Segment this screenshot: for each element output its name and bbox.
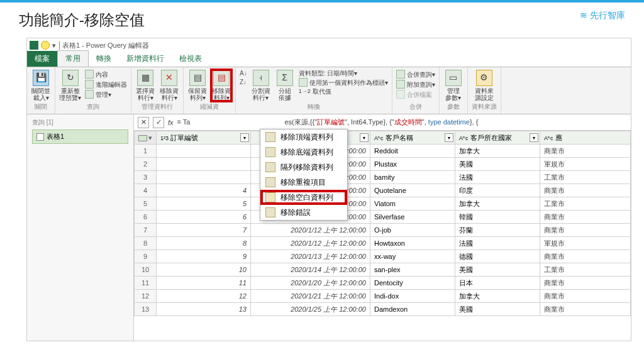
menu-remove-errors[interactable]: 移除錯誤 [260, 205, 347, 220]
table-row[interactable]: 3x2020/ 1/ 0 上午 12:00:00bamity法國工業市 [135, 171, 631, 184]
choose-cols-button[interactable]: ▦選擇資 料行▾ [135, 70, 155, 101]
table-corner-icon [138, 135, 147, 141]
page-title: 功能簡介-移除空值 [19, 10, 145, 30]
menu-remove-top[interactable]: 移除頂端資料列 [260, 129, 347, 145]
gear-icon: ⚙ [476, 70, 492, 86]
menu-remove-blank[interactable]: 移除空白資料列 [260, 190, 347, 205]
replace-button[interactable]: 1→2取代值 [299, 88, 331, 95]
refresh-icon: ↻ [62, 70, 79, 86]
merge-icon [396, 70, 405, 79]
datasource-button[interactable]: ⚙資料來 源設定 [474, 70, 494, 101]
emoji-icon [41, 41, 50, 50]
queries-header: 查詢 [1] [32, 118, 128, 127]
remove-alt-icon [265, 162, 275, 172]
manage-params-button[interactable]: ▭管理 參數▾ [443, 70, 464, 101]
remove-rows-button[interactable]: ▤移除資 料列▾ [211, 70, 231, 101]
table-row[interactable]: 12122020/1/21 上午 12:00:00Indi-dox加拿大商業市 [135, 290, 631, 303]
table-icon [36, 133, 44, 141]
table-row[interactable]: 442020/1/9 上午 12:00:00Quotelane印度商業市 [135, 184, 631, 197]
keep-rows-icon: ▤ [189, 70, 206, 86]
sort-desc-icon[interactable]: Z↓ [240, 79, 247, 85]
combine-icon [396, 90, 405, 99]
properties-icon [85, 70, 94, 79]
groupby-button[interactable]: Σ分組 依據 [275, 70, 295, 101]
col-last[interactable]: Aᵇc 應 [540, 131, 631, 145]
remove-dup-icon [265, 177, 275, 187]
merge-queries-button[interactable]: 合併查詢▾ [396, 70, 435, 79]
chevron-down-icon[interactable]: ▾ [240, 133, 249, 142]
accept-formula-button[interactable]: ✓ [153, 117, 164, 128]
corner-cell[interactable]: ▾ [135, 131, 157, 145]
data-grid[interactable]: ▾ 1²3 訂單編號▾ ▾ Aᵇc 客戶名稱▾ Aᵇc 客戶所在國家▾ Aᵇc … [134, 131, 631, 341]
append-icon [396, 80, 405, 89]
split-icon: ⫞ [253, 70, 269, 86]
ribbon: 💾關閉並 載入▾關閉 ↻重新整 理預覽▾ 內容 進階編輯器 管理▾ 查詢 ▦選擇… [27, 67, 631, 114]
menu-remove-alternate[interactable]: 隔列移除資料列 [260, 160, 347, 175]
tab-transform[interactable]: 轉換 [89, 51, 119, 67]
fx-icon[interactable]: fx [168, 119, 174, 126]
table-row[interactable]: 11112020/1/20 上午 12:00:00Dentocity日本商業市 [135, 277, 631, 290]
properties-button[interactable]: 內容 [85, 70, 108, 79]
table-row[interactable]: 882020/1/12 上午 12:00:00Howtaxon法國軍規市 [135, 237, 631, 250]
col-order-id[interactable]: 1²3 訂單編號▾ [157, 131, 251, 145]
wave-icon: ≋ [580, 10, 587, 20]
table-row[interactable]: 662020/1/10 上午 12:00:00Silverfase韓國商業市 [135, 211, 631, 224]
table-row[interactable]: 552020/1/9 上午 12:00:00Viatom加拿大工業市 [135, 197, 631, 211]
manage-icon [85, 90, 94, 99]
tab-view[interactable]: 檢視表 [172, 51, 209, 67]
manage-button[interactable]: 管理▾ [85, 90, 111, 99]
chevron-down-icon[interactable]: ▾ [530, 133, 538, 142]
datatype-button[interactable]: 資料類型: 日期/時間▾ [299, 70, 357, 77]
tab-home[interactable]: 常用 [57, 50, 89, 67]
remove-err-icon [265, 207, 275, 217]
remove-blank-icon [265, 192, 275, 202]
sort-asc-icon[interactable]: A↓ [240, 70, 247, 77]
ribbon-tabs: 檔案 常用 轉換 新增資料行 檢視表 [27, 52, 631, 67]
table-row[interactable]: 2x12:00:00Plustax美國軍規市 [135, 158, 631, 171]
choose-cols-icon: ▦ [137, 70, 153, 86]
table-row[interactable]: 992020/1/13 上午 12:00:00xx-way德國商業市 [135, 250, 631, 263]
formula-text[interactable]: = Taes(來源,{{"訂單編號", Int64.Type}, {"成交時間"… [177, 118, 627, 127]
combine-files-button: 合併檔案 [396, 90, 432, 99]
keep-rows-button[interactable]: ▤保留資 料列▾ [187, 70, 208, 101]
save-icon: 💾 [33, 70, 49, 86]
query-item[interactable]: 表格1 [32, 129, 128, 144]
group-icon: Σ [277, 70, 293, 86]
close-load-button[interactable]: 💾關閉並 載入▾ [31, 70, 51, 101]
split-col-button[interactable]: ⫞分割資 料行▾ [251, 70, 271, 101]
remove-rows-icon: ▤ [213, 70, 230, 86]
table-row[interactable]: 13132020/1/25 上午 12:00:00Damdexon美國商業市 [135, 303, 631, 316]
chevron-down-icon[interactable]: ▾ [360, 133, 369, 142]
table-row[interactable]: 1x12:00:00Reddoit加拿大商業市 [135, 145, 631, 158]
append-queries-button[interactable]: 附加查詢▾ [396, 80, 435, 89]
refresh-button[interactable]: ↻重新整 理預覽▾ [59, 70, 81, 101]
tab-file[interactable]: 檔案 [27, 51, 57, 67]
remove-cols-button[interactable]: ✕移除資 料行▾ [159, 70, 179, 101]
window-titlebar: ▾ │ 表格1 - Power Query 編輯器 [27, 38, 631, 52]
remove-cols-icon: ✕ [161, 70, 177, 86]
cancel-formula-button[interactable]: ✕ [138, 117, 149, 128]
col-customer[interactable]: Aᵇc 客戶名稱▾ [370, 131, 455, 145]
menu-remove-duplicates[interactable]: 移除重複項目 [260, 175, 347, 190]
app-icon [30, 41, 38, 50]
remove-top-icon [265, 132, 275, 142]
advanced-editor-button[interactable]: 進階編輯器 [85, 80, 127, 89]
menu-remove-bottom[interactable]: 移除底端資料列 [260, 145, 347, 160]
window-title: 表格1 - Power Query 編輯器 [62, 41, 149, 50]
firstrow-header-button[interactable]: 使用第一個資料列作為標頭▾ [299, 78, 388, 87]
params-icon: ▭ [445, 70, 462, 86]
chevron-down-icon[interactable]: ▾ [445, 133, 453, 142]
table-row[interactable]: 10102020/1/14 上午 12:00:00san-plex美國工業市 [135, 263, 631, 277]
firstrow-icon [299, 78, 308, 87]
formula-bar: ✕ ✓ fx = Taes(來源,{{"訂單編號", Int64.Type}, … [134, 114, 631, 131]
queries-pane: 查詢 [1] 表格1 [27, 114, 134, 341]
remove-bottom-icon [265, 147, 275, 157]
tab-add-column[interactable]: 新增資料行 [119, 51, 172, 67]
brand-label: ≋先行智庫 [580, 10, 625, 21]
col-country[interactable]: Aᵇc 客戶所在國家▾ [455, 131, 540, 145]
editor-icon [85, 80, 94, 89]
remove-rows-menu: 移除頂端資料列 移除底端資料列 隔列移除資料列 移除重複項目 移除空白資料列 移… [260, 129, 348, 221]
table-row[interactable]: 772020/1/12 上午 12:00:00O-job芬蘭商業市 [135, 224, 631, 237]
